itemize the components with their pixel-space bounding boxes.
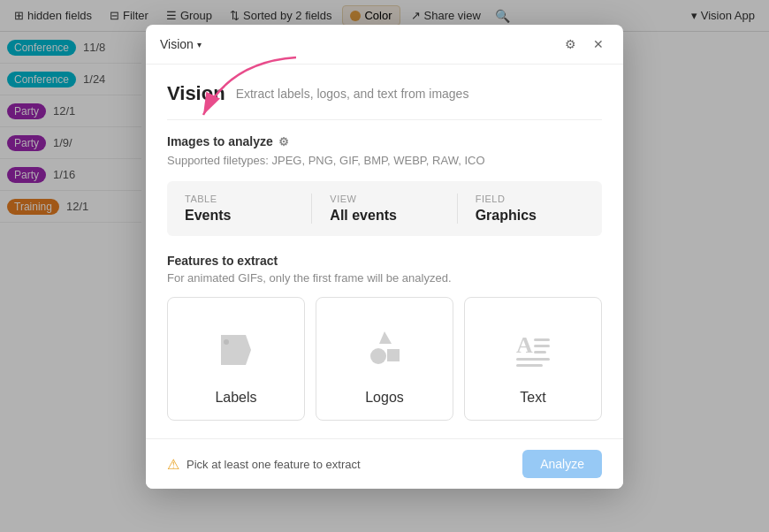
logos-icon bbox=[361, 326, 408, 374]
source-field-label: FIELD bbox=[476, 194, 584, 204]
labels-icon-wrap bbox=[212, 319, 260, 381]
source-view-value: All events bbox=[330, 208, 438, 224]
modal-main-heading: Vision bbox=[167, 82, 225, 105]
svg-text:A: A bbox=[516, 332, 533, 358]
chevron-down-icon: ▾ bbox=[197, 40, 202, 49]
text-icon-wrap: A bbox=[509, 319, 557, 381]
labels-feature-card[interactable]: Labels bbox=[167, 297, 305, 421]
source-table-value: Events bbox=[185, 208, 293, 224]
modal-header-actions: ⚙ ✕ bbox=[560, 34, 609, 55]
modal-overlay: Vision ▾ ⚙ ✕ Vision Extract labels, logo… bbox=[0, 0, 769, 532]
close-button[interactable]: ✕ bbox=[588, 34, 609, 55]
modal-main-title-area: Vision Extract labels, logos, and text f… bbox=[167, 82, 602, 105]
modal-body: Vision Extract labels, logos, and text f… bbox=[146, 65, 623, 438]
source-field-col: FIELD Graphics bbox=[476, 194, 584, 224]
svg-marker-1 bbox=[379, 331, 392, 344]
labels-icon bbox=[212, 326, 260, 374]
logos-feature-card[interactable]: Logos bbox=[316, 297, 453, 421]
warning-text: Pick at least one feature to extract bbox=[187, 458, 361, 471]
features-subtitle-text: For animated GIFs, only the first frame … bbox=[167, 271, 602, 285]
svg-point-0 bbox=[224, 339, 229, 345]
supported-filetypes-text: Supported filetypes: JPEG, PNG, GIF, BMP… bbox=[167, 154, 602, 167]
close-icon: ✕ bbox=[593, 37, 604, 51]
images-section-title: Images to analyze ⚙ bbox=[167, 134, 602, 148]
vision-modal: Vision ▾ ⚙ ✕ Vision Extract labels, logo… bbox=[146, 25, 623, 489]
svg-rect-3 bbox=[387, 349, 400, 361]
logos-feature-label: Logos bbox=[365, 390, 404, 406]
modal-title-text: Vision bbox=[160, 37, 194, 51]
text-feature-label: Text bbox=[520, 390, 545, 406]
text-feature-card[interactable]: A Text bbox=[464, 297, 602, 421]
modal-main-subtitle: Extract labels, logos, and text from ima… bbox=[236, 87, 469, 101]
modal-header: Vision ▾ ⚙ ✕ bbox=[146, 25, 623, 65]
svg-rect-6 bbox=[534, 345, 550, 347]
analyze-button[interactable]: Analyze bbox=[522, 450, 602, 478]
svg-rect-8 bbox=[516, 358, 550, 361]
source-view-col: VIEW All events bbox=[330, 194, 457, 224]
images-section-label: Images to analyze bbox=[167, 134, 273, 148]
svg-rect-9 bbox=[516, 364, 543, 367]
warning-icon: ⚠ bbox=[167, 456, 179, 473]
logos-icon-wrap bbox=[361, 319, 408, 381]
labels-feature-label: Labels bbox=[215, 390, 256, 406]
images-settings-icon[interactable]: ⚙ bbox=[278, 135, 289, 148]
modal-footer: ⚠ Pick at least one feature to extract A… bbox=[146, 438, 623, 489]
svg-point-2 bbox=[370, 348, 386, 364]
source-table-label: TABLE bbox=[185, 194, 293, 204]
source-table-col: TABLE Events bbox=[185, 194, 312, 224]
features-section-title: Features to extract bbox=[167, 254, 602, 268]
gear-icon: ⚙ bbox=[565, 37, 576, 51]
modal-header-title: Vision ▾ bbox=[160, 37, 202, 51]
source-field-value: Graphics bbox=[476, 208, 584, 224]
svg-rect-5 bbox=[534, 338, 550, 341]
feature-cards-container: Labels Logos bbox=[167, 297, 602, 421]
svg-rect-7 bbox=[534, 351, 546, 353]
text-icon: A bbox=[509, 326, 557, 374]
source-card: TABLE Events VIEW All events FIELD Graph… bbox=[167, 181, 602, 236]
settings-button[interactable]: ⚙ bbox=[560, 34, 581, 55]
source-view-label: VIEW bbox=[330, 194, 438, 204]
warning-message: ⚠ Pick at least one feature to extract bbox=[167, 456, 361, 473]
